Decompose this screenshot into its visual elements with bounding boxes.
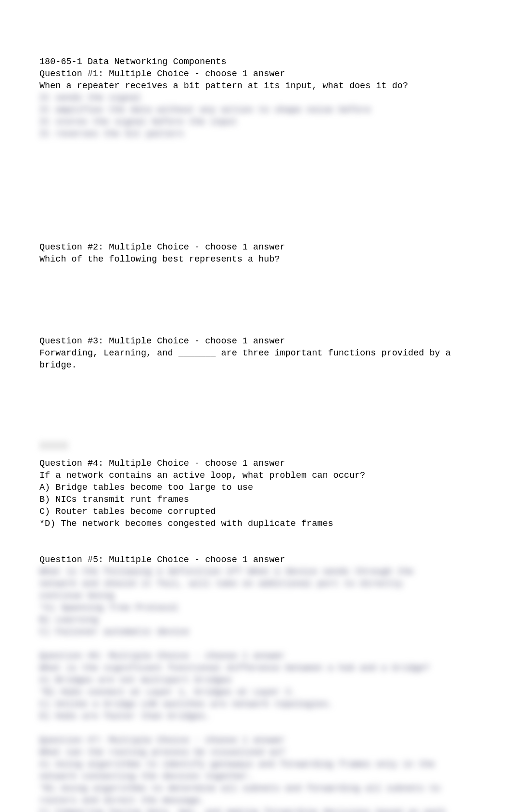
q4-choice-b: B) NICs transmit runt frames <box>39 495 189 505</box>
q3-text: Forwarding, Learning, and _______ are th… <box>39 348 456 370</box>
doc-header: 180-65-1 Data Networking Components <box>39 57 227 67</box>
q5-title: Question #5: Multiple Choice - choose 1 … <box>39 555 285 565</box>
q4-text: If a network contains an active loop, wh… <box>39 471 365 481</box>
q3-title: Question #3: Multiple Choice - choose 1 … <box>39 336 285 346</box>
q1-title: Question #1: Multiple Choice - choose 1 … <box>39 69 285 79</box>
q5-and-below-blurred: What is the following a definition of? W… <box>39 566 472 812</box>
q2-title: Question #2: Multiple Choice - choose 1 … <box>39 242 285 252</box>
q4-choice-d: *D) The network becomes congested with d… <box>39 519 333 529</box>
q4-title: Question #4: Multiple Choice - choose 1 … <box>39 458 285 469</box>
q4-blur-fragment <box>39 441 68 450</box>
document-content: 180-65-1 Data Networking Components Ques… <box>39 44 472 812</box>
q2-text: Which of the following best represents a… <box>39 254 280 264</box>
q1-choices-blurred: It sends the signal It amplifies the dat… <box>39 92 472 141</box>
q4-choice-a: A) Bridge tables become too large to use <box>39 483 253 493</box>
q1-text: When a repeater receives a bit pattern a… <box>39 81 408 91</box>
q4-choice-c: C) Router tables become corrupted <box>39 507 216 517</box>
